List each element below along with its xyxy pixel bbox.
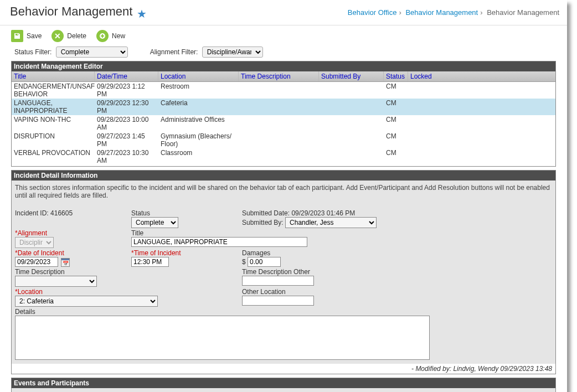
align-filter-select[interactable]: Discipline/Award <box>202 47 263 58</box>
cell-dt: 09/27/2023 10:30 AM <box>95 148 158 165</box>
align-filter-label: Alignment Filter: <box>150 48 198 56</box>
details-textarea[interactable] <box>15 316 430 360</box>
cell-loc: Restroom <box>158 82 239 99</box>
submitted-by-label: Submitted By: <box>242 219 284 226</box>
details-label: Details <box>15 308 430 316</box>
cell-dt: 09/28/2023 10:00 AM <box>95 115 158 132</box>
save-label: Save <box>27 32 42 40</box>
title-label: Title <box>131 229 430 237</box>
olocation-label: Other Location <box>242 288 430 296</box>
cell-dt: 09/27/2023 1:45 PM <box>95 132 158 148</box>
events-header: Events and Participants <box>12 378 555 388</box>
cell-title: VERBAL PROVOCATION <box>12 148 95 165</box>
cell-loc: Administrative Offices <box>158 115 239 132</box>
cell-title: VAPING THC <box>12 165 95 166</box>
col-title[interactable]: Title <box>12 71 95 81</box>
col-status[interactable]: Status <box>384 71 408 81</box>
cell-lk <box>408 165 433 166</box>
crumb-1[interactable]: Behavior Management <box>405 8 478 17</box>
breadcrumb: Behavior Office Behavior Management Beha… <box>348 8 559 17</box>
cell-st: CM <box>384 165 408 166</box>
star-icon[interactable]: ★ <box>137 8 147 20</box>
cell-td <box>239 99 319 115</box>
cell-sb <box>319 165 384 166</box>
doi-input[interactable] <box>15 257 58 267</box>
td-select[interactable] <box>15 276 97 287</box>
crumb-0[interactable]: Behavior Office <box>348 8 397 17</box>
toi-input[interactable] <box>131 257 169 267</box>
status-select[interactable]: Complete <box>131 217 178 228</box>
page-title: Behavior Management <box>10 4 132 18</box>
table-row[interactable]: VAPING NON-THC09/28/2023 10:00 AMAdminis… <box>12 115 555 132</box>
calendar-icon[interactable]: 📅 <box>61 258 70 267</box>
cell-lk <box>408 82 433 99</box>
page-header: Behavior Management ★ Behavior Office Be… <box>0 0 567 25</box>
submitted-by-select[interactable]: Chandler, Jess <box>285 217 377 228</box>
cell-loc: Cafeteria <box>158 99 239 115</box>
col-submittedby[interactable]: Submitted By <box>319 71 384 81</box>
alignment-select: Discipline <box>15 237 54 248</box>
table-row[interactable]: LANGUAGE, INAPPROPRIATE09/29/2023 12:30 … <box>12 99 555 115</box>
delete-button[interactable]: ✕ Delete <box>51 30 86 42</box>
cell-lk <box>408 148 433 165</box>
new-label: New <box>112 32 125 40</box>
cell-lk <box>408 132 433 148</box>
new-button[interactable]: New <box>96 30 125 42</box>
editor-grid-header: Title Date/Time Location Time Descriptio… <box>12 71 555 82</box>
submitted-date: Submitted Date: 09/29/2023 01:46 PM <box>242 209 430 217</box>
status-filter-select[interactable]: Complete <box>56 47 128 58</box>
cell-lk <box>408 115 433 132</box>
col-datetime[interactable]: Date/Time <box>95 71 158 81</box>
cell-loc: Classroom <box>158 148 239 165</box>
incident-detail-panel: Incident Detail Information This section… <box>11 170 556 374</box>
cell-td <box>239 82 319 99</box>
status-filter-label: Status Filter: <box>14 48 51 56</box>
tdo-input[interactable] <box>242 276 314 286</box>
olocation-input[interactable] <box>242 296 314 306</box>
cell-st: CM <box>384 82 408 99</box>
cell-sb <box>319 115 384 132</box>
cell-title: VAPING NON-THC <box>12 115 95 132</box>
editor-header: Incident Management Editor <box>12 61 555 71</box>
damages-label: Damages <box>242 249 430 257</box>
table-row[interactable]: VERBAL PROVOCATION09/27/2023 10:30 AMCla… <box>12 148 555 165</box>
table-row[interactable]: VAPING THC09/27/2023 10:00 AMCafeteriaCM <box>12 165 555 166</box>
save-button[interactable]: Save <box>11 30 42 42</box>
location-select[interactable]: 2: Cafeteria <box>15 296 158 307</box>
filter-row: Status Filter: Complete Alignment Filter… <box>0 44 567 61</box>
td-label: Time Description <box>15 268 242 276</box>
cell-dt: 09/29/2023 1:12 PM <box>95 82 158 99</box>
cell-sb <box>319 82 384 99</box>
cell-dt: 09/27/2023 10:00 AM <box>95 165 158 166</box>
cell-td <box>239 148 319 165</box>
cell-sb <box>319 132 384 148</box>
editor-grid-body[interactable]: ENDANGERMENT/UNSAFE BEHAVIOR09/29/2023 1… <box>12 82 555 166</box>
crumb-2: Behavior Management <box>487 8 559 17</box>
cell-title: DISRUPTION <box>12 132 95 148</box>
alignment-label: *Alignment <box>15 229 131 237</box>
damages-prefix: $ <box>242 258 246 266</box>
save-icon <box>11 30 23 42</box>
cell-sb <box>319 99 384 115</box>
damages-input[interactable] <box>248 257 281 267</box>
incident-editor-panel: Incident Management Editor Title Date/Ti… <box>11 61 556 167</box>
table-row[interactable]: ENDANGERMENT/UNSAFE BEHAVIOR09/29/2023 1… <box>12 82 555 99</box>
modified-line: - Modified by: Lindvig, Wendy 09/29/2023… <box>12 364 555 374</box>
col-timedesc[interactable]: Time Description <box>239 71 319 81</box>
col-locked[interactable]: Locked <box>408 71 433 81</box>
toolbar: Save ✕ Delete New <box>0 25 567 44</box>
events-desc: This section will store event and partic… <box>12 388 555 392</box>
cell-dt: 09/29/2023 12:30 PM <box>95 99 158 115</box>
detail-desc: This section stores information specific… <box>12 180 555 207</box>
cell-td <box>239 132 319 148</box>
cell-loc: Gymnasium (Bleachers/ Floor) <box>158 132 239 148</box>
title-input[interactable] <box>131 237 307 247</box>
doi-label: *Date of Incident <box>15 249 131 257</box>
cell-st: CM <box>384 148 408 165</box>
cell-td <box>239 165 319 166</box>
cell-sb <box>319 148 384 165</box>
cell-st: CM <box>384 115 408 132</box>
cell-loc: Cafeteria <box>158 165 239 166</box>
table-row[interactable]: DISRUPTION09/27/2023 1:45 PMGymnasium (B… <box>12 132 555 148</box>
col-location[interactable]: Location <box>158 71 239 81</box>
